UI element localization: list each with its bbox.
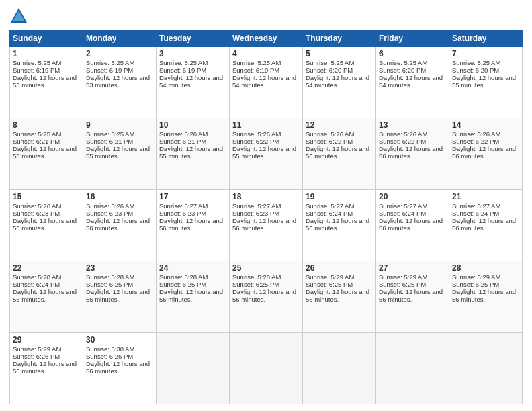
- sunset-text: Sunset: 6:23 PM: [13, 210, 60, 217]
- day-number: 12: [306, 120, 373, 130]
- table-row: 26Sunrise: 5:29 AMSunset: 6:25 PMDayligh…: [303, 261, 376, 332]
- day-number: 24: [159, 263, 226, 273]
- sunset-text: Sunset: 6:26 PM: [86, 353, 133, 360]
- day-number: 8: [13, 120, 80, 130]
- sunrise-text: Sunrise: 5:25 AM: [379, 59, 427, 66]
- day-number: 22: [13, 263, 80, 273]
- table-row: 6Sunrise: 5:25 AMSunset: 6:20 PMDaylight…: [376, 47, 449, 118]
- sunset-text: Sunset: 6:22 PM: [379, 138, 426, 145]
- sunset-text: Sunset: 6:23 PM: [232, 210, 279, 217]
- sunrise-text: Sunrise: 5:27 AM: [379, 202, 427, 210]
- sunrise-text: Sunrise: 5:26 AM: [13, 202, 61, 210]
- sunrise-text: Sunrise: 5:28 AM: [86, 273, 134, 281]
- sunset-text: Sunset: 6:23 PM: [86, 210, 133, 217]
- sunrise-text: Sunrise: 5:29 AM: [452, 273, 500, 281]
- daylight-label: Daylight: 12 hours and 56 minutes.: [159, 288, 223, 303]
- sunset-text: Sunset: 6:26 PM: [13, 353, 60, 360]
- table-row: 4Sunrise: 5:25 AMSunset: 6:19 PMDaylight…: [230, 47, 303, 118]
- table-row: 21Sunrise: 5:27 AMSunset: 6:24 PMDayligh…: [449, 189, 523, 261]
- day-number: 15: [13, 192, 80, 201]
- table-row: 5Sunrise: 5:25 AMSunset: 6:20 PMDaylight…: [303, 47, 376, 118]
- page: SundayMondayTuesdayWednesdayThursdayFrid…: [0, 0, 532, 411]
- daylight-label: Daylight: 12 hours and 56 minutes.: [306, 145, 369, 160]
- daylight-label: Daylight: 12 hours and 56 minutes.: [232, 217, 296, 232]
- table-row: 12Sunrise: 5:26 AMSunset: 6:22 PMDayligh…: [303, 118, 376, 189]
- table-row: 1Sunrise: 5:25 AMSunset: 6:19 PMDaylight…: [10, 47, 83, 118]
- sunset-text: Sunset: 6:22 PM: [452, 138, 499, 145]
- sunrise-text: Sunrise: 5:27 AM: [452, 202, 500, 210]
- sunrise-text: Sunrise: 5:27 AM: [306, 202, 354, 210]
- sunset-text: Sunset: 6:25 PM: [232, 281, 279, 288]
- daylight-label: Daylight: 12 hours and 53 minutes.: [86, 74, 150, 89]
- sunrise-text: Sunrise: 5:27 AM: [159, 202, 208, 210]
- table-row: 8Sunrise: 5:25 AMSunset: 6:21 PMDaylight…: [10, 118, 83, 189]
- day-number: 14: [452, 120, 519, 130]
- day-number: 16: [86, 192, 153, 201]
- sunset-text: Sunset: 6:20 PM: [306, 66, 353, 74]
- day-number: 6: [379, 49, 446, 58]
- col-header-sunday: Sunday: [10, 30, 83, 47]
- sunset-text: Sunset: 6:25 PM: [159, 281, 206, 288]
- header: [9, 7, 523, 26]
- sunrise-text: Sunrise: 5:25 AM: [13, 130, 61, 138]
- daylight-label: Daylight: 12 hours and 56 minutes.: [13, 288, 77, 303]
- sunset-text: Sunset: 6:22 PM: [232, 138, 279, 145]
- daylight-label: Daylight: 12 hours and 56 minutes.: [232, 288, 296, 303]
- table-row: 29Sunrise: 5:29 AMSunset: 6:26 PMDayligh…: [10, 332, 83, 404]
- col-header-saturday: Saturday: [449, 30, 523, 47]
- sunrise-text: Sunrise: 5:29 AM: [379, 273, 427, 281]
- sunrise-text: Sunrise: 5:25 AM: [13, 59, 61, 66]
- daylight-label: Daylight: 12 hours and 56 minutes.: [86, 360, 150, 375]
- sunset-text: Sunset: 6:24 PM: [452, 210, 499, 217]
- daylight-label: Daylight: 12 hours and 56 minutes.: [452, 288, 516, 303]
- sunrise-text: Sunrise: 5:26 AM: [452, 130, 500, 138]
- table-row: 30Sunrise: 5:30 AMSunset: 6:26 PMDayligh…: [83, 332, 157, 404]
- sunrise-text: Sunrise: 5:25 AM: [159, 59, 208, 66]
- calendar-table: SundayMondayTuesdayWednesdayThursdayFrid…: [9, 30, 523, 404]
- daylight-label: Daylight: 12 hours and 55 minutes.: [452, 74, 516, 89]
- table-row: 20Sunrise: 5:27 AMSunset: 6:24 PMDayligh…: [376, 189, 449, 261]
- daylight-label: Daylight: 12 hours and 56 minutes.: [306, 217, 369, 232]
- table-row: [449, 332, 523, 404]
- sunset-text: Sunset: 6:25 PM: [379, 281, 426, 288]
- day-number: 2: [86, 49, 153, 58]
- day-number: 18: [232, 192, 300, 201]
- day-number: 26: [306, 263, 373, 273]
- daylight-label: Daylight: 12 hours and 56 minutes.: [306, 288, 369, 303]
- table-row: 17Sunrise: 5:27 AMSunset: 6:23 PMDayligh…: [157, 189, 230, 261]
- sunset-text: Sunset: 6:19 PM: [86, 66, 133, 74]
- daylight-label: Daylight: 12 hours and 53 minutes.: [13, 74, 77, 89]
- daylight-label: Daylight: 12 hours and 56 minutes.: [86, 288, 150, 303]
- daylight-label: Daylight: 12 hours and 54 minutes.: [379, 74, 443, 89]
- sunset-text: Sunset: 6:25 PM: [306, 281, 353, 288]
- logo-icon: [9, 7, 28, 26]
- day-number: 10: [159, 120, 226, 130]
- table-row: 27Sunrise: 5:29 AMSunset: 6:25 PMDayligh…: [376, 261, 449, 332]
- daylight-label: Daylight: 12 hours and 54 minutes.: [306, 74, 369, 89]
- day-number: 23: [86, 263, 153, 273]
- day-number: 1: [13, 49, 80, 58]
- sunrise-text: Sunrise: 5:25 AM: [232, 59, 281, 66]
- sunset-text: Sunset: 6:22 PM: [306, 138, 353, 145]
- table-row: 14Sunrise: 5:26 AMSunset: 6:22 PMDayligh…: [449, 118, 523, 189]
- table-row: 28Sunrise: 5:29 AMSunset: 6:25 PMDayligh…: [449, 261, 523, 332]
- daylight-label: Daylight: 12 hours and 56 minutes.: [159, 217, 223, 232]
- table-row: [230, 332, 303, 404]
- day-number: 3: [159, 49, 226, 58]
- sunrise-text: Sunrise: 5:25 AM: [452, 59, 500, 66]
- day-number: 11: [232, 120, 300, 130]
- sunset-text: Sunset: 6:20 PM: [379, 66, 426, 74]
- day-number: 29: [13, 335, 80, 345]
- table-row: [157, 332, 230, 404]
- day-number: 27: [379, 263, 446, 273]
- sunrise-text: Sunrise: 5:29 AM: [306, 273, 354, 281]
- sunrise-text: Sunrise: 5:28 AM: [13, 273, 61, 281]
- daylight-label: Daylight: 12 hours and 54 minutes.: [232, 74, 296, 89]
- table-row: 2Sunrise: 5:25 AMSunset: 6:19 PMDaylight…: [83, 47, 157, 118]
- table-row: 18Sunrise: 5:27 AMSunset: 6:23 PMDayligh…: [230, 189, 303, 261]
- daylight-label: Daylight: 12 hours and 55 minutes.: [13, 145, 77, 160]
- daylight-label: Daylight: 12 hours and 55 minutes.: [159, 145, 223, 160]
- table-row: [376, 332, 449, 404]
- day-number: 25: [232, 263, 300, 273]
- sunset-text: Sunset: 6:21 PM: [13, 138, 60, 145]
